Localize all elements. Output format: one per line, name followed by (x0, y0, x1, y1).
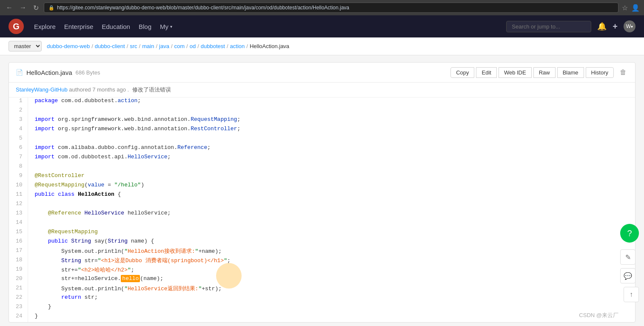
line-number: 5 (9, 135, 28, 144)
breadcrumb-link-action[interactable]: action (230, 43, 245, 49)
right-float-buttons: ? ✎ 💬 (620, 224, 639, 283)
line-number: 4 (9, 126, 28, 135)
line-code: return str; (28, 294, 635, 303)
line-number: 24 (9, 313, 28, 322)
line-number: 9 (9, 172, 28, 182)
table-row: 2 (9, 107, 635, 116)
bell-icon[interactable]: 🔔 (597, 22, 607, 31)
breadcrumb-link-od[interactable]: od (190, 43, 196, 49)
nav-enterprise[interactable]: Enterprise (64, 21, 93, 32)
breadcrumb-link-dubbotest[interactable]: dubbotest (201, 43, 225, 49)
avatar[interactable]: W ▾ (624, 20, 635, 32)
nav-education[interactable]: Education (102, 21, 130, 32)
back-button[interactable]: ← (4, 3, 14, 12)
edit-button[interactable]: Edit (476, 67, 496, 78)
breadcrumb-link-client[interactable]: dubbo-client (95, 43, 125, 49)
line-number: 12 (9, 200, 28, 210)
code-viewer: 1 package com.od.dubbotest.action; 2 3 i… (9, 97, 635, 322)
line-number: 13 (9, 210, 28, 219)
line-code: System.out.println("HelloService返回到结果:"+… (28, 285, 635, 294)
webide-button[interactable]: Web IDE (499, 67, 532, 78)
nav-links: Explore Enterprise Education Blog My ▾ (34, 21, 496, 32)
line-code: String str="<h1>这是Dubbo 消费者端(springboot)… (28, 257, 635, 266)
line-number: 22 (9, 294, 28, 303)
copy-button[interactable]: Copy (450, 67, 474, 78)
table-row: 19 str+="<h2>哈哈哈</h2>"; (9, 266, 635, 275)
commit-info: StanleyWang-GitHub authored 7 months ago… (9, 83, 635, 97)
table-row: 18 String str="<h1>这是Dubbo 消费者端(springbo… (9, 257, 635, 266)
history-button[interactable]: History (586, 67, 614, 78)
line-number: 7 (9, 154, 28, 163)
plus-icon[interactable]: + (613, 22, 618, 31)
search-input[interactable] (506, 21, 591, 32)
table-row: 4 import org.springframework.web.bind.an… (9, 126, 635, 135)
file-title: 📄 HelloAction.java 686 Bytes (16, 69, 100, 76)
line-number: 17 (9, 247, 28, 257)
blame-button[interactable]: Blame (557, 67, 584, 78)
user-profile-icon[interactable]: 👤 (631, 4, 640, 12)
line-code: str+="<h2>哈哈哈</h2>"; (28, 266, 635, 275)
table-row: 11 public class HelloAction { (9, 191, 635, 200)
table-row: 8 (9, 163, 635, 172)
forward-button[interactable]: → (18, 3, 28, 12)
file-card: 📄 HelloAction.java 686 Bytes Copy Edit W… (9, 62, 635, 323)
breadcrumb-link-java[interactable]: java (159, 43, 169, 49)
line-number: 14 (9, 219, 28, 229)
delete-button[interactable]: 🗑 (618, 67, 628, 78)
table-row: 3 import org.springframework.web.bind.an… (9, 116, 635, 126)
breadcrumb-link-src[interactable]: src (130, 43, 137, 49)
line-code: import com.od.dubbotest.api.HelloService… (28, 154, 635, 163)
scroll-top-button[interactable]: ↑ (624, 287, 639, 302)
commit-time: 7 months ago (92, 86, 126, 93)
help-button[interactable]: ? (620, 224, 639, 243)
line-number: 10 (9, 182, 28, 191)
line-code: public class HelloAction { (28, 191, 635, 200)
table-row: 1 package com.od.dubbotest.action; (9, 97, 635, 107)
table-row: 21 System.out.println("HelloService返回到结果… (9, 285, 635, 294)
commit-message[interactable]: 修改了语法错误 (132, 86, 171, 93)
csdn-watermark: CSDN @来云厂 (579, 312, 618, 319)
commit-author[interactable]: StanleyWang-GitHub (16, 86, 68, 93)
table-row: 22 return str; (9, 294, 635, 303)
line-number: 19 (9, 266, 28, 275)
breadcrumb-link-main[interactable]: main (142, 43, 154, 49)
branch-select[interactable]: master (9, 41, 42, 51)
nav-my-dropdown[interactable]: My ▾ (160, 21, 172, 32)
line-number: 21 (9, 285, 28, 294)
line-code (28, 135, 635, 144)
lock-icon: 🔒 (48, 5, 54, 11)
table-row: 5 (9, 135, 635, 144)
raw-button[interactable]: Raw (533, 67, 556, 78)
table-row: 9 @RestController (9, 172, 635, 182)
table-row: 6 import com.alibaba.dubbo.config.annota… (9, 144, 635, 154)
line-number: 1 (9, 97, 28, 107)
table-row: 13 @Reference HelloService helloService; (9, 210, 635, 219)
code-table: 1 package com.od.dubbotest.action; 2 3 i… (9, 97, 635, 322)
url-text: https://gitee.com/stanleywang/dubbo-demo… (57, 5, 349, 11)
file-header: 📄 HelloAction.java 686 Bytes Copy Edit W… (9, 63, 635, 83)
refresh-button[interactable]: ↻ (31, 3, 40, 13)
table-row: 12 (9, 200, 635, 210)
breadcrumb-link-com[interactable]: com (174, 43, 185, 49)
line-code: System.out.println("HelloAction接收到请求:"+n… (28, 247, 635, 257)
nav-blog[interactable]: Blog (139, 21, 151, 32)
line-code: import com.alibaba.dubbo.config.annotati… (28, 144, 635, 154)
breadcrumb-bar: master dubbo-demo-web / dubbo-client / s… (0, 37, 644, 55)
address-bar[interactable]: 🔒 https://gitee.com/stanleywang/dubbo-de… (44, 3, 618, 13)
top-float-button: ↑ (624, 287, 639, 302)
line-code (28, 163, 635, 172)
breadcrumb-link-repo[interactable]: dubbo-demo-web (47, 43, 90, 49)
nav-explore[interactable]: Explore (34, 21, 56, 32)
bookmark-icon[interactable]: ☆ (622, 4, 628, 12)
breadcrumb: dubbo-demo-web / dubbo-client / src / ma… (47, 43, 289, 49)
line-number: 8 (9, 163, 28, 172)
table-row: 7 import com.od.dubbotest.api.HelloServi… (9, 154, 635, 163)
line-code: @Reference HelloService helloService; (28, 210, 635, 219)
table-row: 14 (9, 219, 635, 229)
line-number: 16 (9, 238, 28, 247)
table-row: 23 } (9, 303, 635, 313)
gitee-logo[interactable]: G (9, 19, 24, 34)
line-number: 2 (9, 107, 28, 116)
edit-float-button[interactable]: ✎ (620, 249, 635, 265)
chat-float-button[interactable]: 💬 (620, 268, 635, 283)
